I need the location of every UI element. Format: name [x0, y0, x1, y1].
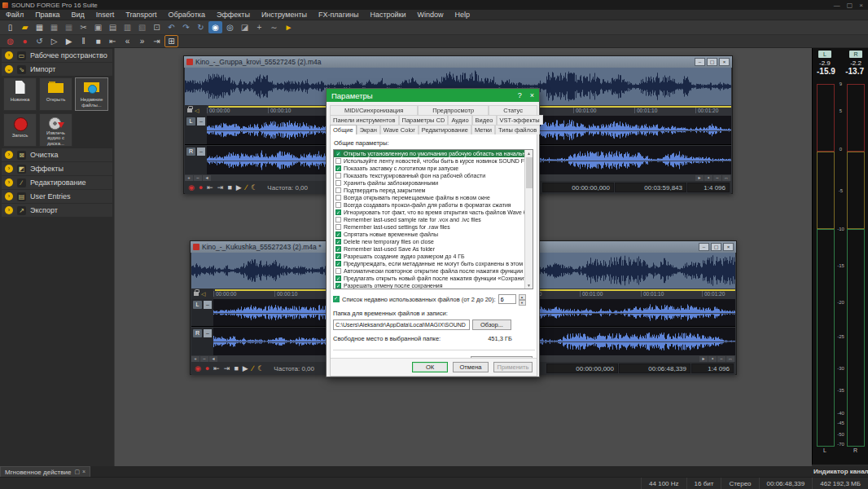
checkbox[interactable]	[335, 275, 341, 281]
dialog-tab[interactable]: Видео	[472, 115, 497, 125]
apply-button[interactable]: Применить	[493, 362, 533, 372]
checkbox[interactable]	[335, 261, 341, 267]
option-row[interactable]: Показать заставку с логотипом при запуск…	[334, 165, 533, 172]
lock-icon[interactable]	[194, 292, 199, 296]
scroll-up-icon[interactable]: ▲	[527, 151, 531, 156]
transport-button[interactable]: ▶	[243, 364, 248, 372]
transport-button[interactable]: ■	[234, 364, 238, 372]
channel-minimize-icon[interactable]: –	[197, 148, 205, 156]
toolbar-icon[interactable]: ▯	[3, 21, 17, 33]
option-row[interactable]: Предупреждать, если метаданные не могут …	[334, 260, 533, 267]
panel-icon[interactable]: ×	[82, 469, 85, 475]
expand-arrow-icon[interactable]: ›	[5, 178, 13, 187]
import-tile[interactable]: Недавние файлы...	[75, 77, 108, 111]
toolbar-icon[interactable]: ▦	[47, 21, 61, 33]
transport-toolbar-icon[interactable]: «	[121, 35, 134, 47]
toolbar-icon[interactable]: ▦	[62, 21, 76, 33]
toolbar-icon[interactable]: ▦	[33, 21, 46, 33]
sidebar-section[interactable]: › ▭ Рабочее пространство	[2, 49, 112, 62]
toolbar-icon[interactable]: ▣	[91, 21, 105, 33]
help-icon[interactable]: ?	[518, 91, 522, 99]
window-button[interactable]: –	[695, 58, 705, 66]
transport-button[interactable]: ⇥	[217, 183, 224, 192]
checkbox[interactable]	[335, 173, 341, 178]
channel-minimize-icon[interactable]: –	[197, 117, 205, 126]
toolbar-icon[interactable]: ↶	[164, 21, 178, 33]
checkbox[interactable]	[335, 151, 341, 156]
zoom-button[interactable]: ◂	[209, 356, 217, 362]
option-row[interactable]: Разрешать создание аудио размером до 4 Г…	[334, 253, 533, 260]
checkbox[interactable]	[335, 231, 341, 237]
checkbox[interactable]	[335, 187, 341, 193]
channel-minimize-icon[interactable]: –	[204, 329, 212, 337]
recent-files-input[interactable]	[498, 294, 516, 304]
option-row[interactable]: Спрятать новые временные файлы	[334, 231, 533, 238]
dialog-tab[interactable]: Общие	[330, 125, 357, 134]
checkbox[interactable]	[335, 283, 341, 289]
window-button[interactable]: ×	[723, 243, 734, 251]
channel-left-button[interactable]: L	[193, 301, 202, 309]
wave-window-title-bar[interactable]: Kino_-_Gruppa_krovi_55527245 (2).m4a –▢×	[184, 56, 732, 68]
menu-item[interactable]: Обработка	[163, 10, 211, 20]
cursor-time[interactable]: 00:00:00,000	[542, 183, 614, 192]
menu-item[interactable]: Правка	[29, 10, 65, 20]
option-row[interactable]: Remember last-used sample rate for .vox …	[334, 216, 533, 223]
transport-toolbar-icon[interactable]: ●	[18, 35, 32, 47]
menu-item[interactable]: Transport	[120, 10, 162, 20]
transport-toolbar-icon[interactable]: ◍	[3, 35, 17, 47]
toolbar-icon[interactable]: ∼	[267, 21, 281, 33]
transport-button[interactable]: ⇤	[213, 364, 220, 372]
option-row[interactable]: Хранить файлы заблокированными	[334, 179, 533, 187]
transport-toolbar-icon[interactable]: ⇤	[106, 35, 120, 47]
cancel-button[interactable]: Отмена	[453, 362, 489, 372]
window-control[interactable]: —	[834, 2, 840, 9]
window-button[interactable]: –	[699, 243, 709, 251]
transport-toolbar-icon[interactable]: ▶	[62, 35, 76, 47]
option-row[interactable]: Delete new temporary files on close	[334, 238, 533, 245]
zoom-button[interactable]: ◂	[203, 175, 211, 181]
length-time[interactable]: 00:03:59,843	[615, 183, 686, 192]
sidebar-section[interactable]: › ↗ Экспорт	[2, 204, 112, 217]
scroll-thumb[interactable]	[526, 157, 533, 188]
zoom-button[interactable]: ↔	[726, 356, 734, 362]
expand-arrow-icon[interactable]: ›	[5, 165, 13, 173]
option-row[interactable]: Автоматически повторное открытие файла п…	[334, 267, 533, 275]
checkbox[interactable]	[335, 202, 341, 208]
transport-toolbar-icon[interactable]: ▷	[47, 35, 61, 47]
dialog-tab[interactable]: Экран	[357, 125, 380, 134]
option-row[interactable]: Всегда создавать прокси-файл для работы …	[334, 201, 533, 209]
option-row[interactable]: Предлагать открыть новый файл после нажа…	[334, 275, 533, 282]
checkbox[interactable]	[335, 224, 341, 230]
transport-toolbar-icon[interactable]: ‖	[77, 35, 90, 47]
expand-arrow-icon[interactable]: ›	[5, 192, 13, 200]
toolbar-icon[interactable]: ◎	[223, 21, 237, 33]
menu-item[interactable]: Window	[412, 10, 449, 20]
expand-arrow-icon[interactable]: ›	[5, 51, 13, 59]
option-row[interactable]: Remember last-used settings for .raw fil…	[334, 223, 533, 231]
meter-left-chip[interactable]: L	[818, 51, 831, 58]
toolbar-icon[interactable]: ►	[282, 21, 296, 33]
option-row[interactable]: Всегда открывать перемещаемые файлы в но…	[334, 194, 533, 201]
menu-item[interactable]: Файл	[0, 10, 29, 20]
zoom-button[interactable]: ▪	[704, 175, 712, 181]
channel-right-button[interactable]: R	[193, 329, 202, 337]
dialog-tab[interactable]: MIDI/Синхронизация	[330, 105, 418, 115]
scrub-icon[interactable]: ◁	[195, 108, 199, 114]
lock-icon[interactable]	[187, 108, 192, 112]
transport-button[interactable]: ◉	[195, 364, 201, 372]
import-tile[interactable]: Открыть	[39, 77, 72, 111]
sidebar-section[interactable]: › ⊠ Очистка	[2, 148, 112, 161]
temp-folder-input[interactable]	[333, 319, 470, 330]
toolbar-icon[interactable]: ⊡	[150, 21, 164, 33]
menu-item[interactable]: Настройки	[364, 10, 411, 20]
toolbar-icon[interactable]: ▰	[18, 21, 32, 33]
dialog-tab[interactable]: Панели инструментов	[330, 115, 399, 125]
dialog-tab[interactable]: Метки	[471, 125, 495, 134]
import-tile[interactable]: Извлечь аудио с диска...	[39, 113, 72, 147]
import-tile[interactable]: Запись	[3, 113, 37, 147]
instant-action-tab[interactable]: Мгновенное действие ▢×	[0, 466, 90, 477]
transport-button[interactable]: ☾	[257, 364, 264, 372]
zoom-button[interactable]: −	[200, 356, 208, 362]
toolbar-icon[interactable]: ↻	[194, 21, 208, 33]
dialog-tab[interactable]: Wave Color	[380, 125, 419, 134]
